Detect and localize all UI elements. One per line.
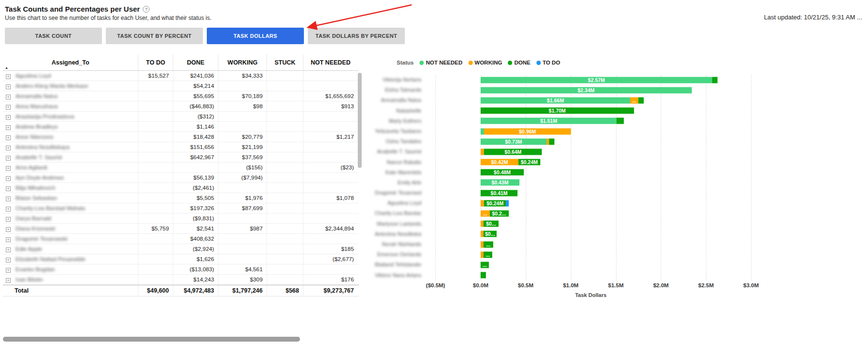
legend-item-working[interactable]: WORKING	[468, 60, 502, 66]
stacked-bar[interactable]: $0.96M	[481, 128, 571, 134]
column-header-working[interactable]: WORKING	[218, 54, 267, 70]
bar-segment-done[interactable]: $0.24M	[484, 200, 506, 206]
tab-task-dollars-by-percent[interactable]: TASK DOLLARS BY PERCENT	[308, 28, 405, 44]
scrollbar-thumb[interactable]	[358, 73, 362, 168]
bar-segment-not-needed[interactable]: $0.43M	[481, 180, 519, 186]
bar-segment-done[interactable]	[549, 138, 554, 145]
stacked-bar[interactable]: ...	[481, 241, 493, 247]
expand-row-icon[interactable]: +	[6, 176, 11, 181]
expand-row-icon[interactable]: +	[6, 146, 11, 150]
stacked-bar[interactable]: $0.64M	[481, 148, 542, 155]
expand-row-icon[interactable]: +	[6, 207, 11, 212]
bar-segment-done[interactable]: $0.2...	[490, 211, 509, 217]
bar-segment-not-needed[interactable]	[481, 128, 484, 134]
stacked-bar[interactable]: $0.42M$0.24M	[481, 159, 540, 165]
column-header-not-needed[interactable]: NOT NEEDED	[303, 54, 358, 70]
expand-row-icon[interactable]: +	[6, 115, 11, 120]
bar-segment-done[interactable]	[712, 77, 718, 83]
table-row[interactable]: +Ayn Doyle Andrews$56,139($7,994)	[3, 173, 359, 183]
table-row[interactable]: +Diana Krizewski$5,759$2,541$987$2,344,8…	[3, 224, 359, 234]
table-horizontal-scrollbar[interactable]	[3, 337, 300, 342]
bar-segment-done[interactable]: $1.70M	[481, 108, 634, 114]
column-header-to-do[interactable]: TO DO	[138, 54, 173, 70]
stacked-bar[interactable]: $0.73M	[481, 138, 554, 145]
expand-row-icon[interactable]: +	[6, 237, 11, 242]
expand-row-icon[interactable]: +	[6, 74, 11, 79]
table-row[interactable]: +Blaise Sebastian$5,505$1,976$1,078	[3, 193, 359, 203]
expand-row-icon[interactable]: +	[6, 125, 11, 130]
table-row[interactable]: +Anabelle T. Saurist$642,967$37,569	[3, 152, 359, 163]
bar-segment-done[interactable]: $0...	[484, 231, 497, 237]
bar-segment-done[interactable]: $0...	[484, 221, 499, 227]
bar-segment-done[interactable]: $0.48M	[481, 169, 524, 176]
bar-segment-working[interactable]: $0.42M	[481, 159, 518, 165]
table-row[interactable]: +Agustina Loyd$15,527$241,036$34,333	[3, 71, 359, 81]
bar-segment-done[interactable]: ...	[484, 241, 493, 247]
expand-row-icon[interactable]: +	[6, 186, 11, 191]
stacked-bar[interactable]: $1.66M...	[481, 97, 644, 103]
table-row[interactable]: +Andrew Bradleys$1,146	[3, 122, 359, 132]
stacked-bar[interactable]: $1.70M	[481, 108, 634, 114]
stacked-bar[interactable]: $0...	[481, 221, 499, 227]
stacked-bar[interactable]: $1.51M	[481, 118, 624, 124]
table-row[interactable]: +Anastasija Prodnastova($312)	[3, 112, 359, 122]
stacked-bar[interactable]: $0...	[481, 231, 497, 237]
table-row[interactable]: +Anne Nilersons$18,428$20,779$1,217	[3, 132, 359, 142]
table-row[interactable]: +Arno Agliardi($156)($23)	[3, 163, 359, 173]
expand-row-icon[interactable]: +	[6, 278, 11, 283]
expand-row-icon[interactable]: +	[6, 268, 11, 273]
bar-segment-done[interactable]: $0.41M	[481, 190, 517, 196]
bar-segment-done[interactable]	[638, 97, 644, 103]
bar-segment-not-needed[interactable]: $2.57M	[481, 77, 712, 83]
bar-segment-working[interactable]: ...	[481, 211, 490, 217]
bar-segment-working[interactable]	[481, 200, 484, 206]
expand-row-icon[interactable]: +	[6, 258, 11, 263]
table-row[interactable]: +Annamalla Nalus$55,695$70,189$1,655,692	[3, 91, 359, 101]
table-vertical-scrollbar[interactable]	[358, 73, 362, 296]
expand-row-icon[interactable]: +	[6, 135, 11, 140]
tab-task-count-by-percent[interactable]: TASK COUNT BY PERCENT	[106, 28, 203, 44]
bar-segment-done[interactable]: $0.24M	[518, 159, 540, 165]
stacked-bar[interactable]: $0.41M	[481, 190, 517, 196]
legend-item-not-needed[interactable]: NOT NEEDED	[419, 60, 462, 66]
expand-row-icon[interactable]: +	[6, 95, 11, 99]
bar-segment-working[interactable]: $0.96M	[484, 128, 570, 134]
expand-row-icon[interactable]: +	[6, 166, 11, 171]
expand-row-icon[interactable]: +	[6, 247, 11, 252]
expand-row-icon[interactable]: +	[6, 105, 11, 110]
table-row[interactable]: +Dragomir Tesarowski$408,632	[3, 234, 359, 244]
table-row[interactable]: +Bilja Mihailovich($2,461)	[3, 183, 359, 193]
stacked-bar[interactable]: ...$0.2...	[481, 211, 509, 217]
expand-row-icon[interactable]: +	[6, 156, 11, 161]
expand-row-icon[interactable]: +	[6, 197, 11, 201]
stacked-bar[interactable]: $0.24M	[481, 200, 509, 206]
stacked-bar[interactable]: $0.43M	[481, 180, 519, 186]
stacked-bar[interactable]	[481, 272, 486, 279]
bar-segment-not-needed[interactable]: $1.51M	[481, 118, 617, 124]
table-row[interactable]: +Edie Apple($2,924)$185	[3, 244, 359, 254]
bar-segment-not-needed[interactable]: $2.34M	[481, 87, 692, 93]
column-header-done[interactable]: DONE	[173, 54, 218, 70]
stacked-bar[interactable]: $2.57M	[481, 77, 718, 83]
bar-segment-done[interactable]: ...	[484, 251, 493, 258]
tab-task-dollars[interactable]: TASK DOLLARS	[207, 28, 304, 44]
stacked-bar[interactable]: $0.48M	[481, 169, 524, 176]
stacked-bar[interactable]: ...	[481, 251, 492, 258]
help-icon[interactable]: ?	[143, 6, 150, 13]
table-row[interactable]: +Charity-Lea Barstad Mahala$197,326$87,6…	[3, 203, 359, 214]
sort-ascending-icon[interactable]: ▲	[5, 66, 8, 69]
table-row[interactable]: +Ivan Bilotin$14,243$309$176	[3, 275, 359, 285]
tab-task-count[interactable]: TASK COUNT	[5, 28, 102, 44]
table-row[interactable]: +Anders-Klerg Wanla Merkasn$54,214	[3, 81, 359, 91]
legend-item-done[interactable]: DONE	[508, 60, 530, 66]
table-row[interactable]: +Darya Barnald($9,831)	[3, 214, 359, 224]
bar-segment-working[interactable]: ...	[630, 97, 638, 103]
stacked-bar[interactable]: $2.34M	[481, 87, 692, 93]
bar-segment-done[interactable]: $0.64M	[484, 148, 542, 155]
bar-segment-done[interactable]	[617, 118, 624, 124]
bar-segment-not-needed[interactable]: $1.66M	[481, 97, 630, 103]
table-row[interactable]: +Evanko Bogdan($13,083)$4,561	[3, 264, 359, 275]
column-header-assigned-to[interactable]: Assigned_To	[3, 59, 138, 66]
expand-row-icon[interactable]: +	[6, 84, 11, 89]
table-row[interactable]: +Anna Marushava($46,883)$98$913	[3, 101, 359, 112]
